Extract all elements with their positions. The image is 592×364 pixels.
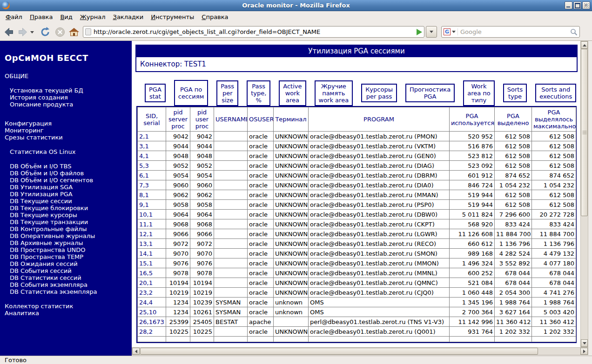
sid-serial-link[interactable]: 24,4 <box>138 298 166 307</box>
table-header-cell[interactable]: PGA используется <box>450 107 495 132</box>
sidebar-item[interactable]: DB Статистика экземпляра <box>10 288 132 295</box>
vertical-scroll-thumb[interactable] <box>581 49 588 216</box>
stop-button[interactable] <box>54 26 66 38</box>
minimize-button[interactable] <box>565 1 572 9</box>
sid-serial-link[interactable]: 6,1 <box>138 171 166 180</box>
sidebar-item[interactable]: DB Статистики сессий <box>10 274 132 281</box>
table-header-cell[interactable]: USERNAME <box>214 107 248 132</box>
tab[interactable]: Pass type, % <box>247 80 270 106</box>
tab[interactable]: Sorts type <box>503 84 527 102</box>
sid-serial-link[interactable]: 13,1 <box>138 239 166 249</box>
sidebar-item[interactable]: Установка текущей БД <box>10 87 132 94</box>
sid-serial-link[interactable]: 23,2 <box>138 288 166 298</box>
tab[interactable]: Курсоры per pass <box>361 84 397 102</box>
sidebar-item[interactable]: Аналитика <box>5 310 132 317</box>
sid-serial-link[interactable]: 5,3 <box>138 161 166 171</box>
maximize-button[interactable] <box>573 1 581 9</box>
go-icon[interactable] <box>417 29 422 35</box>
sidebar-item[interactable]: DB Текущие блокировки <box>10 205 132 212</box>
sidebar-item[interactable]: История создания <box>10 94 132 101</box>
menu-item[interactable]: Вид <box>56 12 76 22</box>
scroll-down-button[interactable] <box>581 339 588 347</box>
sidebar-item[interactable]: Статистика OS Linux <box>10 148 132 155</box>
tab[interactable]: PGA по сессиям <box>174 80 209 106</box>
scroll-right-button[interactable] <box>580 348 588 355</box>
tab[interactable]: Прогностика PGA <box>405 84 455 102</box>
sidebar-item[interactable]: DB Оперативные журналы <box>10 232 132 239</box>
horizontal-scroll-thumb[interactable] <box>140 348 538 355</box>
table-header-cell[interactable]: OSUSER <box>248 107 274 132</box>
sid-serial-link[interactable]: 8,1 <box>138 190 166 200</box>
sidebar-item[interactable]: DB Контрольные файлы <box>10 225 132 232</box>
sidebar-item[interactable]: DB События экземпляра <box>10 281 132 288</box>
horizontal-scrollbar[interactable] <box>132 347 588 355</box>
sid-serial-link[interactable]: 2,1 <box>138 132 166 141</box>
sid-serial-link[interactable]: 4,1 <box>138 151 166 161</box>
forward-button[interactable] <box>17 26 29 38</box>
menu-item[interactable]: Закладки <box>109 12 148 22</box>
tab[interactable]: Pass per size <box>216 80 238 106</box>
sid-serial-link[interactable]: 16,5 <box>138 268 166 278</box>
sidebar-item[interactable]: DB Ожидания сессий <box>10 260 132 267</box>
url-bar[interactable] <box>83 26 424 38</box>
table-header-cell[interactable]: PROGRAM <box>309 107 450 132</box>
sidebar-item[interactable]: DB Текущие курсоры <box>10 212 132 218</box>
sid-serial-link[interactable]: 26,1673 <box>138 317 166 327</box>
menu-item[interactable]: Правка <box>26 12 56 22</box>
sid-serial-link[interactable]: 10,1 <box>138 210 166 219</box>
sidebar-item[interactable]: DB Утилизация PGA <box>10 191 132 198</box>
reload-button[interactable] <box>39 26 51 38</box>
nav-history-dropdown[interactable] <box>29 26 35 38</box>
sidebar-item[interactable]: DB Утилизация SGA <box>10 184 132 191</box>
sidebar-item[interactable]: DB Архивные журналы <box>10 239 132 246</box>
sidebar-item[interactable]: Описание продукта <box>10 101 132 108</box>
vertical-scrollbar[interactable] <box>580 41 588 347</box>
sid-serial-link[interactable]: 3,1 <box>138 141 166 151</box>
search-engine-button[interactable]: G <box>444 28 458 35</box>
menu-item[interactable]: Справка <box>198 12 232 22</box>
table-header-cell[interactable]: PGA выделено <box>495 107 532 132</box>
tab[interactable]: Sorts and executions <box>535 84 576 102</box>
tab[interactable]: Жручие память work area <box>315 80 353 106</box>
sid-serial-link[interactable]: 9,1 <box>138 200 166 210</box>
sidebar-item[interactable]: DB Объём и I/O файлов <box>10 170 132 177</box>
sidebar-item[interactable]: DB Пространства UNDO <box>10 246 132 253</box>
url-dropdown-button[interactable] <box>426 26 437 38</box>
tab[interactable]: PGA stat <box>145 84 166 102</box>
window-titlebar[interactable]: Oracle monitor - Mozilla Firefox ✕ <box>0 0 592 11</box>
sid-serial-link[interactable]: 11,1 <box>138 219 166 229</box>
sidebar-item[interactable]: DB Текущие транзакции <box>10 218 132 225</box>
table-header-cell[interactable]: PGA выделялось максимально <box>532 107 576 132</box>
search-input[interactable] <box>460 28 570 35</box>
sid-serial-link[interactable]: 28,2 <box>138 327 166 337</box>
menu-item[interactable]: Инструменты <box>147 12 198 22</box>
sid-serial-link[interactable]: 20,1 <box>138 278 166 288</box>
sidebar-item[interactable]: Срезы статистики <box>5 134 132 141</box>
scroll-up-button[interactable] <box>581 41 588 49</box>
sidebar-item[interactable]: DB Объём и I/O сегментов <box>10 177 132 184</box>
sid-serial-link[interactable]: 7,3 <box>138 180 166 190</box>
menu-item[interactable]: Журнал <box>76 12 109 22</box>
scroll-left-button[interactable] <box>132 348 140 355</box>
sid-serial-link[interactable]: 14,1 <box>138 249 166 258</box>
table-header-cell[interactable]: pid server proc <box>166 107 190 132</box>
table-header-cell[interactable]: pid user proc <box>190 107 214 132</box>
url-input[interactable] <box>94 28 417 35</box>
sidebar-item[interactable]: DB Пространства TEMP <box>10 253 132 260</box>
sid-serial-link[interactable]: 15,1 <box>138 258 166 268</box>
sidebar-item[interactable]: Мониторинг <box>5 127 132 134</box>
menu-item[interactable]: Файл <box>2 12 26 22</box>
sidebar-item[interactable]: DB Текущие сессии <box>10 198 132 205</box>
search-box[interactable]: G <box>441 26 580 38</box>
sid-serial-link[interactable]: 25,10 <box>138 307 166 317</box>
sid-serial-link[interactable]: 12,1 <box>138 229 166 239</box>
sidebar-item[interactable]: DB Объём и I/O TBS <box>10 163 132 170</box>
tab[interactable]: Work area по типу <box>463 80 495 106</box>
sidebar-item[interactable]: DB События сессий <box>10 267 132 274</box>
back-button[interactable] <box>3 26 15 38</box>
sidebar-item[interactable]: Конфигурация <box>5 120 132 127</box>
tab[interactable]: Active work area <box>279 80 306 106</box>
home-button[interactable] <box>68 26 80 38</box>
sidebar-item[interactable]: Коллектор статистик <box>5 303 132 310</box>
table-header-cell[interactable]: SID, serial <box>138 107 166 132</box>
